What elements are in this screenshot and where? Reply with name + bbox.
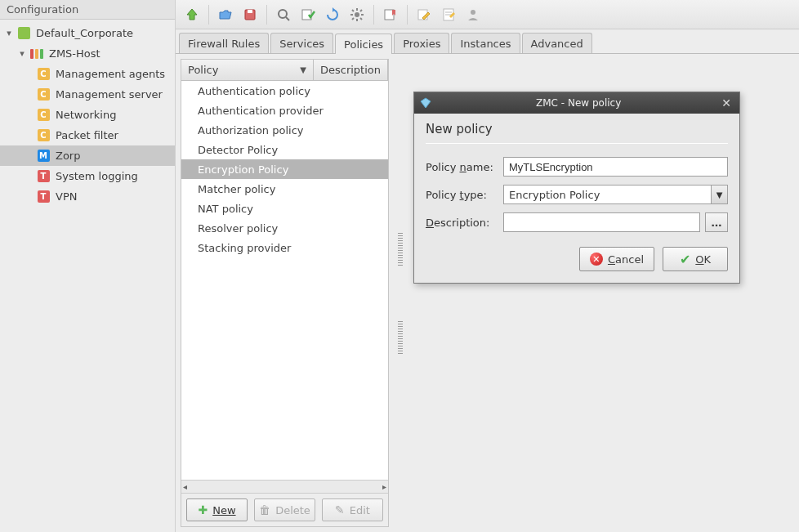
template-icon: T [36,170,51,183]
tree-node-vpn[interactable]: T VPN [0,186,175,207]
svg-line-3 [286,17,289,20]
tree-label: Networking [56,109,116,121]
btn-label: Edit [350,504,370,516]
component-icon: C [36,68,51,81]
splitter[interactable] [394,59,407,527]
site-icon [16,27,31,40]
svg-line-13 [360,10,362,11]
label-policy-type: Policy type: [426,189,503,201]
dialog-body: New policy Policy name: Policy type: Enc… [414,114,739,283]
pencil-icon: ✎ [335,503,345,516]
toolbar-gear-icon[interactable] [346,3,368,26]
tree-node-zorp[interactable]: M Zorp [0,145,175,166]
svg-point-2 [279,10,287,18]
description-input[interactable] [503,212,700,232]
tree-node-management-server[interactable]: C Management server [0,84,175,105]
drag-handle-icon[interactable] [398,321,403,354]
toolbar-search-icon[interactable] [272,3,295,26]
policy-item[interactable]: Matcher policy [181,179,388,199]
scroll-right-icon[interactable]: ▸ [382,482,386,491]
new-policy-dialog: ZMC - New policy ✕ New policy Policy nam… [413,92,740,284]
tree-node-root[interactable]: ▾ Default_Corporate [0,23,175,43]
tab-proxies[interactable]: Proxies [394,33,449,53]
policy-item[interactable]: Authentication provider [181,101,388,120]
policy-item[interactable]: Authentication policy [181,81,388,101]
tree-node-host[interactable]: ▾ ZMS-Host [0,43,175,64]
toolbar-refresh-icon[interactable] [321,3,344,26]
toolbar-check-icon[interactable] [297,3,319,26]
row-policy-name: Policy name: [426,157,728,177]
label-description: Description: [426,217,503,229]
delete-button[interactable]: 🗑 Delete [254,498,315,521]
edit-button[interactable]: ✎ Edit [322,498,383,521]
drag-handle-icon[interactable] [398,233,403,266]
tree-label: Default_Corporate [36,27,133,39]
label-policy-name: Policy name: [426,161,503,173]
policy-item[interactable]: Encryption Policy [181,159,388,179]
tab-firewall-rules[interactable]: Firewall Rules [179,33,269,53]
policy-name-input[interactable] [503,157,728,177]
expand-icon[interactable]: ▾ [16,48,28,59]
column-description[interactable]: Description [314,60,388,80]
toolbar-notes-icon[interactable] [437,3,460,26]
toolbar-separator [208,5,209,25]
svg-line-12 [352,18,354,20]
expand-icon[interactable]: ▾ [3,28,15,38]
toolbar-user-icon[interactable] [462,3,484,26]
column-label: Description [320,64,381,76]
tab-services[interactable]: Services [270,33,333,53]
description-more-button[interactable]: … [705,212,728,232]
toolbar-separator [407,5,408,25]
ok-button[interactable]: ✔ OK [663,247,728,271]
btn-label: Delete [275,504,310,516]
configuration-tree[interactable]: ▾ Default_Corporate ▾ ZMS-Host C Managem… [0,20,175,532]
policy-item[interactable]: Stacking provider [181,238,388,257]
tree-label: Management server [56,88,163,101]
dialog-titlebar[interactable]: ZMC - New policy ✕ [414,92,739,114]
policy-table-header: Policy ▼ Description [181,60,388,81]
policy-item[interactable]: NAT policy [181,199,388,218]
tab-instances[interactable]: Instances [451,33,520,53]
scroll-left-icon[interactable]: ◂ [183,482,187,491]
policy-item[interactable]: Authorization policy [181,120,388,140]
horizontal-scrollbar[interactable]: ◂ ▸ [181,480,388,493]
tree-node-packet-filter[interactable]: C Packet filter [0,125,175,145]
toolbar-edit-icon[interactable] [413,3,435,26]
tree-label: Zorp [56,150,80,162]
toolbar-separator [266,5,267,25]
tree-label: Packet filter [56,129,118,141]
cancel-button[interactable]: ✕ Cancel [579,247,654,271]
toolbar-up-icon[interactable] [181,3,203,26]
dialog-button-bar: ✕ Cancel ✔ OK [426,247,728,271]
policy-item[interactable]: Detector Policy [181,140,388,159]
tree-node-networking[interactable]: C Networking [0,105,175,125]
dialog-heading: New policy [426,122,728,136]
sort-desc-icon: ▼ [300,65,306,74]
policy-list[interactable]: Authentication policy Authentication pro… [181,81,388,480]
configuration-tree-panel: Configuration ▾ Default_Corporate ▾ ZMS-… [0,0,176,532]
tab-policies[interactable]: Policies [335,34,392,54]
btn-label: New [212,504,235,516]
component-icon: C [36,109,51,122]
toolbar-separator [373,5,374,25]
tree-node-system-logging[interactable]: T System logging [0,166,175,186]
template-icon: T [36,190,51,203]
trash-icon: 🗑 [259,503,270,516]
column-policy[interactable]: Policy ▼ [181,60,314,80]
toolbar [176,0,799,29]
dialog-title: ZMC - New policy [439,97,718,109]
tab-advanced[interactable]: Advanced [522,33,592,53]
tree-label: System logging [56,170,138,182]
toolbar-bookmark-icon[interactable] [379,3,402,26]
policy-type-select[interactable]: Encryption Policy ▼ [503,185,728,204]
tree-node-management-agents[interactable]: C Management agents [0,64,175,84]
new-button[interactable]: ✚ New [186,498,248,521]
policy-item[interactable]: Resolver policy [181,218,388,238]
toolbar-save-icon[interactable] [239,3,261,26]
policy-panel: Policy ▼ Description Authentication poli… [181,59,389,527]
tree-label: ZMS-Host [49,47,100,60]
chevron-down-icon[interactable]: ▼ [711,186,727,203]
tab-strip: Firewall Rules Services Policies Proxies… [176,29,799,54]
toolbar-open-icon[interactable] [214,3,237,26]
close-icon[interactable]: ✕ [718,96,734,110]
